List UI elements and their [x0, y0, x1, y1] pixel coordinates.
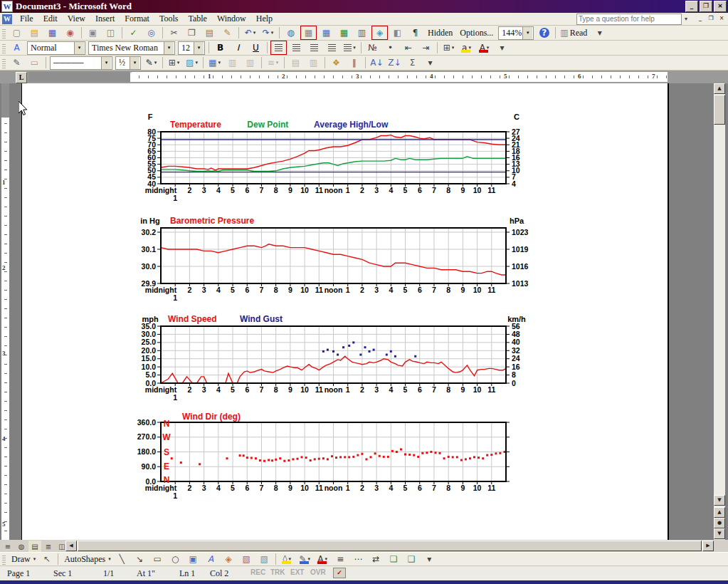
scroll-up-icon[interactable]: ▲: [714, 83, 725, 94]
next-page-icon[interactable]: ▼: [714, 528, 725, 539]
shadow-style-button[interactable]: ❏: [386, 552, 402, 566]
new-document-button[interactable]: ▢: [9, 26, 25, 40]
zoom-combo[interactable]: 144%▾: [498, 26, 534, 40]
underline-button[interactable]: U: [248, 41, 264, 55]
outline-view-button[interactable]: ≣: [42, 541, 55, 552]
increase-indent-button[interactable]: ⇥: [418, 41, 434, 55]
change-text-direction-button[interactable]: ∥: [346, 56, 362, 70]
paste-button[interactable]: ▤: [201, 26, 218, 40]
line-color-button[interactable]: ✎▾: [297, 552, 313, 566]
question-help-input[interactable]: [576, 14, 682, 25]
text-box-button[interactable]: ▣: [185, 552, 201, 566]
hidden-button[interactable]: Hidden: [425, 26, 455, 40]
help-button[interactable]: ?: [536, 26, 552, 40]
doc-minimize-button[interactable]: _: [695, 14, 705, 24]
rectangle-button[interactable]: ▭: [149, 552, 166, 566]
zoom-combo-dropdown-icon[interactable]: ▾: [522, 27, 532, 39]
show-hide-button[interactable]: ¶: [407, 26, 423, 40]
copy-button[interactable]: ❐: [184, 26, 200, 40]
drawing-button[interactable]: ◈: [371, 26, 388, 40]
undo-button[interactable]: ↶▾: [242, 26, 258, 40]
font-combo[interactable]: Times New Roman▾: [88, 41, 175, 55]
doc-close-button[interactable]: ×: [717, 14, 727, 24]
border-color-button[interactable]: ✎▾: [143, 56, 159, 70]
sort-ascending-button[interactable]: A↓: [369, 56, 385, 70]
toolbar-options-button[interactable]: ▾: [494, 41, 510, 55]
normal-view-button[interactable]: ≡: [1, 541, 14, 552]
print-preview-button[interactable]: ◫: [102, 26, 119, 40]
vertical-scroll-thumb[interactable]: [714, 95, 725, 125]
permission-button[interactable]: ◉: [62, 26, 78, 40]
fill-color-button[interactable]: ◊▾: [279, 552, 295, 566]
align-right-button[interactable]: [306, 41, 322, 55]
arrow-button[interactable]: ↘: [132, 552, 148, 566]
cut-button[interactable]: ✂: [166, 26, 182, 40]
borders-button[interactable]: ⊞▾: [166, 56, 182, 70]
line-style-button[interactable]: ≡: [332, 552, 349, 566]
line-weight-combo[interactable]: ½▾: [115, 56, 141, 70]
previous-page-icon[interactable]: ▲: [714, 507, 725, 518]
scroll-right-icon[interactable]: ▶: [702, 541, 714, 551]
justify-button[interactable]: [324, 41, 340, 55]
select-objects-button[interactable]: ↖: [38, 552, 55, 566]
menu-file[interactable]: File: [15, 13, 38, 25]
italic-button[interactable]: I: [230, 41, 246, 55]
line-style-combo[interactable]: ─────▾: [50, 56, 112, 70]
line-weight-combo-dropdown-icon[interactable]: ▾: [130, 57, 139, 69]
menu-tools[interactable]: Tools: [154, 13, 184, 25]
line-style-combo-dropdown-icon[interactable]: ▾: [101, 57, 111, 69]
spelling-button[interactable]: ✓: [125, 26, 142, 40]
menu-insert[interactable]: Insert: [90, 13, 120, 25]
autosum-button[interactable]: Σ: [404, 56, 421, 70]
minimize-button[interactable]: _: [685, 1, 698, 12]
style-combo[interactable]: Normal▾: [27, 41, 85, 55]
redo-button[interactable]: ↷▾: [260, 26, 276, 40]
menu-table[interactable]: Table: [183, 13, 211, 25]
oval-button[interactable]: ○: [167, 552, 184, 566]
question-help-dropdown-icon[interactable]: ▾: [682, 14, 690, 25]
read-button[interactable]: ▥Read: [559, 26, 590, 40]
save-button[interactable]: ▦: [44, 26, 60, 40]
close-button[interactable]: ×: [714, 1, 727, 12]
dash-style-button[interactable]: ⋯: [350, 552, 366, 566]
web-layout-view-button[interactable]: ◍: [15, 541, 28, 552]
insert-table-button[interactable]: ▦: [318, 26, 334, 40]
tab-selector[interactable]: L: [16, 72, 27, 83]
maximize-button[interactable]: ❐: [700, 1, 712, 12]
styles-and-formatting-button[interactable]: A: [9, 41, 25, 55]
doc-restore-button[interactable]: ❐: [706, 14, 716, 24]
arrow-style-button[interactable]: ⇄: [368, 552, 384, 566]
font-size-combo-dropdown-icon[interactable]: ▾: [194, 42, 204, 54]
open-button[interactable]: ▤: [26, 26, 43, 40]
font-color-button[interactable]: A▾: [315, 552, 331, 566]
wordart-button[interactable]: A: [203, 552, 219, 566]
bullets-button[interactable]: •: [382, 41, 399, 55]
font-color-button[interactable]: A▾: [476, 41, 492, 55]
line-spacing-button[interactable]: ▾: [342, 41, 358, 55]
insert-excel-worksheet-button[interactable]: ▦: [336, 26, 352, 40]
options-button[interactable]: Options...: [457, 26, 496, 40]
menu-format[interactable]: Format: [120, 13, 154, 25]
horizontal-scroll-thumb[interactable]: [78, 541, 702, 551]
menu-window[interactable]: Window: [212, 13, 251, 25]
diagram-button[interactable]: ◈: [221, 552, 237, 566]
decrease-indent-button[interactable]: ⇤: [400, 41, 416, 55]
numbering-button[interactable]: №: [364, 41, 381, 55]
insert-hyperlink-button[interactable]: ◍: [283, 26, 299, 40]
shading-color-button[interactable]: ▨▾: [184, 56, 200, 70]
picture-button[interactable]: ▧: [256, 552, 273, 566]
outside-border-button[interactable]: ⊞▾: [441, 41, 457, 55]
status-mode-rec[interactable]: REC: [250, 568, 265, 576]
toolbar-options-button[interactable]: ▾: [421, 552, 438, 566]
horizontal-scrollbar[interactable]: ◀ ▶: [65, 541, 714, 551]
research-button[interactable]: ◎: [143, 26, 159, 40]
clip-art-button[interactable]: ▧: [238, 552, 255, 566]
table-autoformat-button[interactable]: ❖: [328, 56, 344, 70]
menu-edit[interactable]: Edit: [38, 13, 63, 25]
highlight-button[interactable]: a▾: [458, 41, 475, 55]
document-map-button[interactable]: ◧: [389, 26, 406, 40]
vertical-scrollbar[interactable]: ▲ ▼ ▲ ● ▼: [714, 83, 725, 540]
sort-descending-button[interactable]: Z↓: [386, 56, 403, 70]
scroll-down-icon[interactable]: ▼: [714, 495, 725, 506]
threed-style-button[interactable]: ❑: [403, 552, 420, 566]
